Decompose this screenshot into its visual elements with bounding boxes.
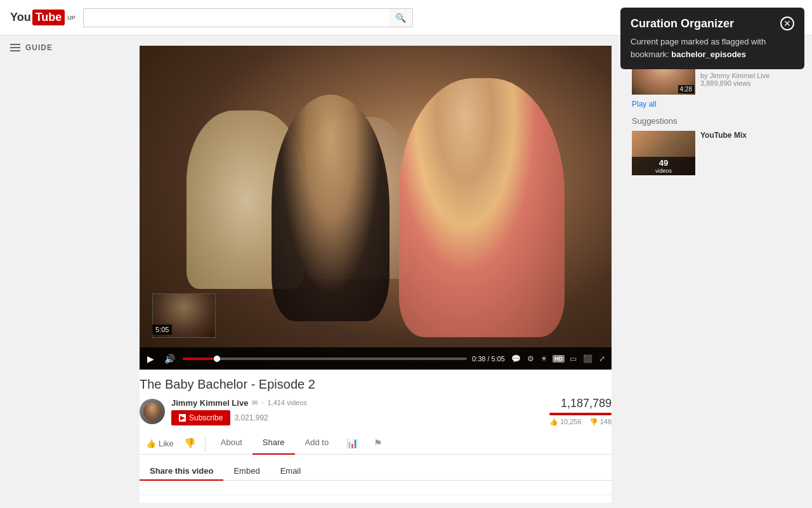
dislike-count: 148 — [589, 418, 612, 426]
suggestions-title: Suggestions — [632, 116, 802, 126]
search-icon: 🔍 — [395, 13, 406, 23]
channel-row: Jimmy Kimmel Live ✉ · 1,414 videos ▶ Sub… — [140, 397, 612, 426]
settings-icon[interactable]: ⚙ — [526, 353, 535, 364]
stats-icon[interactable]: 📊 — [339, 432, 366, 454]
logo-you: You — [10, 11, 31, 24]
hd-badge: HD — [553, 355, 565, 363]
channel-avatar[interactable] — [140, 399, 165, 424]
time-display: 0:38 / 5:05 — [472, 355, 505, 363]
avatar-image — [143, 403, 161, 420]
video-player: 5:05 ▶ 🔊 0:38 / 5:05 💬 ⚙ ☀ HD ▭ — [140, 46, 612, 370]
play-button[interactable]: ▶ — [145, 352, 157, 365]
search-button[interactable]: 🔍 — [390, 8, 413, 27]
progress-bar[interactable] — [183, 358, 467, 360]
video-controls: ▶ 🔊 0:38 / 5:05 💬 ⚙ ☀ HD ▭ ⬛ ⤢ — [140, 347, 612, 370]
search-bar: 🔍 — [83, 8, 413, 27]
guide-icon — [10, 44, 20, 51]
video-preview-timestamp: 5:05 — [152, 324, 172, 335]
search-input[interactable] — [83, 8, 390, 27]
curation-bookmark: bachelor_episodes — [671, 50, 746, 59]
verified-icon: ✉ — [252, 399, 258, 407]
brightness-icon[interactable]: ☀ — [539, 353, 549, 364]
thumbs-up-icon: 👍 — [146, 439, 156, 448]
video-count: 1,414 videos — [267, 399, 306, 406]
sidebar: GUIDE — [0, 36, 140, 508]
youtube-mix-meta: YouTube Mix — [700, 131, 802, 175]
subscribe-button[interactable]: ▶ Subscribe — [171, 410, 230, 425]
curation-title: Curation Organizer — [631, 17, 734, 30]
like-count: 10,256 — [549, 418, 582, 426]
share-tab-email[interactable]: Email — [270, 462, 311, 481]
figure-boy — [272, 95, 390, 321]
progress-thumb — [214, 356, 220, 362]
youtube-mix-count-badge: 49 videos — [632, 157, 695, 175]
like-label: Like — [159, 439, 174, 448]
rating-bar — [549, 413, 612, 415]
share-section: Share this video Embed Email — [140, 455, 612, 495]
subscribe-label: Subscribe — [189, 413, 223, 422]
thumbs-down-icon: 👎 — [184, 438, 196, 449]
play-all-link[interactable]: Play all — [632, 100, 802, 109]
curation-close-button[interactable]: ✕ — [780, 17, 794, 30]
video-info: The Baby Bachelor - Episode 2 Jimmy Kimm… — [140, 370, 612, 503]
page-body: GUIDE 5:05 ▶ 🔊 — [0, 36, 812, 508]
right-sidebar: Next in The Baby Bachelor 4:28 The Baby … — [622, 36, 812, 508]
volume-button[interactable]: 🔊 — [162, 352, 178, 365]
figure-girl — [399, 78, 564, 337]
fullscreen-icon[interactable]: ⤢ — [598, 353, 606, 364]
video-title: The Baby Bachelor - Episode 2 — [140, 377, 612, 392]
flag-icon[interactable]: ⚑ — [366, 432, 390, 454]
subscribe-area: ▶ Subscribe 3,021,992 — [171, 410, 549, 425]
logo-tube: Tube — [32, 10, 65, 25]
theater-mode-icon[interactable]: ⬛ — [582, 353, 594, 364]
subscriber-count: 3,021,992 — [234, 413, 268, 422]
share-tab-video[interactable]: Share this video — [140, 462, 223, 481]
video-frame[interactable]: 5:05 — [140, 46, 612, 370]
guide-button[interactable]: GUIDE — [10, 43, 129, 52]
like-dislike-counts: 10,256 148 — [549, 418, 612, 426]
suggestions-section: Suggestions 49 videos YouTube Mix — [632, 116, 802, 175]
ep1-channel: by Jimmy Kimmel Live — [700, 72, 802, 79]
progress-fill — [183, 358, 217, 360]
tab-about[interactable]: About — [211, 432, 252, 455]
view-mode-icon[interactable]: ▭ — [568, 353, 578, 364]
curation-overlay: Curation Organizer ✕ Current page marked… — [620, 8, 804, 69]
action-tabs: 👍 Like 👎 About Share Add to 📊 ⚑ — [140, 432, 612, 455]
guide-label: GUIDE — [25, 43, 53, 52]
subscribe-yt-icon: ▶ — [179, 414, 186, 422]
captions-icon[interactable]: 💬 — [510, 353, 522, 364]
view-count-area: 1,187,789 10,256 148 — [549, 397, 612, 426]
view-count: 1,187,789 — [549, 397, 612, 410]
tab-add-to[interactable]: Add to — [295, 432, 339, 455]
curation-header: Curation Organizer ✕ — [631, 17, 794, 30]
channel-name[interactable]: Jimmy Kimmel Live — [171, 398, 248, 408]
ctrl-icons: 💬 ⚙ ☀ HD ▭ ⬛ ⤢ — [510, 353, 606, 364]
youtube-mix-thumbnail: 49 videos — [632, 131, 695, 175]
main-content: 5:05 ▶ 🔊 0:38 / 5:05 💬 ⚙ ☀ HD ▭ — [140, 36, 622, 508]
curation-body: Current page marked as flagged with book… — [631, 36, 794, 60]
youtube-mix-card[interactable]: 49 videos YouTube Mix — [632, 131, 802, 175]
share-tab-embed[interactable]: Embed — [223, 462, 270, 481]
ep1-duration: 4:28 — [678, 85, 694, 93]
share-tabs: Share this video Embed Email — [140, 462, 612, 481]
logo-up: UP — [67, 15, 75, 21]
ep1-views: 3,889,890 views — [700, 79, 802, 87]
youtube-mix-title: YouTube Mix — [700, 131, 802, 141]
channel-info: Jimmy Kimmel Live ✉ · 1,414 videos ▶ Sub… — [171, 398, 549, 425]
tab-share[interactable]: Share — [252, 432, 295, 455]
dislike-button[interactable]: 👎 — [180, 432, 200, 454]
like-button[interactable]: 👍 Like — [140, 432, 180, 454]
youtube-logo[interactable]: You Tube UP — [10, 10, 75, 25]
